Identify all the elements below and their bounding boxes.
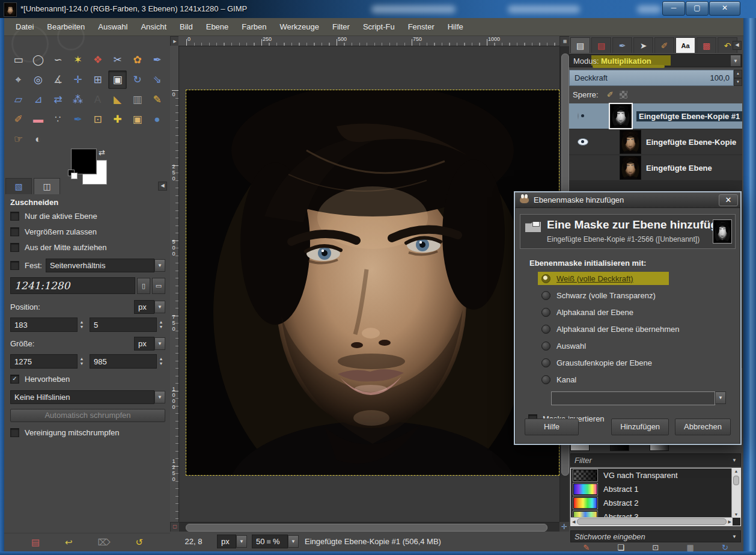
autoshrink-button[interactable]: Automatisch schrumpfen [10,409,165,422]
radio-icon[interactable] [541,358,550,367]
tool-options-button-icon[interactable]: ↺ [135,537,143,548]
layer-thumbnail[interactable] [620,130,641,154]
layer-row[interactable]: Eingefügte Ebene-Kopie #1 [569,103,742,129]
chevron-down-icon[interactable]: ▼ [154,301,165,313]
chevron-down-icon[interactable]: ▼ [154,259,165,272]
menu-item[interactable]: Fenster [401,18,441,36]
minimize-button[interactable]: ─ [662,1,685,16]
toolbox-tool[interactable]: ⇄ [49,90,67,109]
horizontal-ruler[interactable]: 02505007501000 [178,36,559,46]
radio-icon[interactable] [541,291,550,300]
swap-colors-icon[interactable]: ⇄ [99,148,105,157]
navigation-button[interactable]: ✛ [559,522,569,532]
dock-tab[interactable]: ✐ [654,37,674,53]
gradient-action-icon[interactable]: ❏ [617,544,624,551]
window-titlebar[interactable]: *[Unbenannt]-124.0 (RGB-Farben, 3 Ebenen… [0,0,756,18]
position-y-input[interactable]: 5 [90,317,157,332]
toolbox-tool[interactable]: ✐ [9,110,28,129]
chevron-down-icon[interactable]: ▼ [730,55,741,67]
opacity-slider[interactable]: Deckkraft 100,0 [569,70,734,86]
toolbox-tool[interactable]: ✚ [108,110,127,129]
mask-init-option[interactable]: Alphakanal der Ebene übernehmen [541,324,740,334]
close-button[interactable]: ✕ [709,1,740,16]
lock-pixels-icon[interactable]: ✐ [607,90,614,99]
checkbox-from-center[interactable] [10,243,19,252]
toolbox-tool[interactable]: ▣ [128,110,147,129]
toolbox-tool[interactable]: ✛ [69,70,87,89]
mask-init-option[interactable]: Kanal [541,375,740,384]
landscape-orientation-button[interactable]: ▭ [152,278,165,294]
layer-mode-row[interactable]: Modus: Multiplikation ▼ [569,54,742,67]
layer-name[interactable]: Eingefügte Ebene [646,164,712,173]
chevron-down-icon[interactable]: ▼ [288,535,299,548]
toolbox-tool[interactable]: ▣ [108,70,127,89]
layer-name[interactable]: Eingefügte Ebene-Kopie [646,138,736,147]
size-height-input[interactable]: 985 [90,354,157,369]
toolbox-tool[interactable]: ⌖ [9,70,28,89]
toolbox-tool[interactable]: ❖ [88,51,107,69]
size-width-input[interactable]: 1275 [10,354,78,369]
zoom-input[interactable]: 50 ▦ % [252,535,288,548]
position-x-input[interactable]: 183 [10,317,78,332]
toolbox-tool[interactable]: ∡ [49,70,67,89]
radio-icon[interactable] [541,308,550,317]
lock-alpha-icon[interactable] [620,91,627,99]
gradient-action-icon[interactable]: ↻ [722,544,728,551]
toolbox-tool[interactable]: ⊿ [29,90,47,109]
layer-visibility-eye-icon[interactable] [578,112,579,120]
scrollbar-thumb[interactable] [186,524,547,532]
mask-init-option[interactable]: Weiß (volle Deckkraft) [541,274,740,283]
dialog-titlebar[interactable]: Ebenenmaske hinzufügen ✕ [515,192,740,208]
menu-item[interactable]: Ebene [200,18,236,36]
toolbox-tool[interactable]: ✎ [148,90,166,109]
toolbox-tool[interactable]: ⊡ [88,110,107,129]
cancel-button[interactable]: Abbrechen [675,419,731,435]
spinner-arrows[interactable]: ▲▼ [157,357,165,366]
gradient-list-item[interactable]: Abstract 2 [571,496,740,510]
aspect-ratio-input[interactable]: 1241:1280 [10,277,135,294]
guides-dropdown[interactable]: Keine Hilfslinien [10,390,154,404]
canvas-image[interactable] [186,90,559,475]
toolbox-tool[interactable]: ✒ [148,51,166,69]
tab-toolbox[interactable]: ▧ [5,178,32,194]
collapse-dock-button[interactable]: ◀ [733,41,742,50]
gradient-list-hscroll[interactable]: ◀ ▶ [571,517,733,526]
chevron-down-icon[interactable]: ▼ [236,535,247,548]
channel-dropdown[interactable] [551,391,715,405]
dock-tab[interactable]: ▤ [570,37,590,53]
layer-name[interactable]: Eingefügte Ebene-Kopie #1 [636,111,742,121]
dock-tab[interactable]: ➤ [633,37,653,53]
checkbox-active-layer[interactable] [10,212,19,221]
gradient-list-item[interactable]: Abstract 1 [571,482,740,496]
toolbox-tool[interactable]: ☞ [9,130,28,149]
layer-visibility-eye-icon[interactable] [578,138,588,146]
menu-item[interactable]: Bild [173,18,200,36]
dialog-close-button[interactable]: ✕ [719,194,738,206]
layer-thumbnail[interactable] [610,104,632,128]
toolbox-tool[interactable]: ∵ [49,110,67,129]
toolbox-tool[interactable]: ✿ [128,51,147,69]
gradient-list-vscroll[interactable]: ▲ ▼ [731,468,740,518]
menu-item[interactable]: Auswahl [91,18,134,36]
dock-tab[interactable]: ▩ [697,37,716,53]
toolbox-tool[interactable]: ● [148,110,166,129]
vertical-ruler[interactable]: 025050075010001250 [170,46,179,522]
opacity-spinner[interactable]: ▲ ▼ [734,70,742,86]
tab-tool-options[interactable]: ◫ [34,178,60,194]
menu-item[interactable]: Filter [326,18,356,36]
layer-thumbnail[interactable] [620,156,641,180]
chevron-down-icon[interactable]: ▼ [732,534,737,539]
checkbox-fixed[interactable] [10,261,19,270]
toolbox-tool[interactable]: ✶ [69,51,87,69]
radio-icon[interactable] [541,375,550,384]
toolbox-tool[interactable]: ↻ [128,70,147,89]
toolbox-tool[interactable]: ⊞ [88,70,107,89]
mask-init-option[interactable]: Graustufenkopie der Ebene [541,358,740,367]
dock-tab[interactable]: ▤ [591,37,611,53]
portrait-orientation-button[interactable]: ▯ [137,278,150,294]
spinner-arrows[interactable]: ▲▼ [157,320,165,330]
chevron-down-icon[interactable]: ▼ [154,337,165,350]
radio-icon[interactable] [541,342,550,351]
gradient-action-icon[interactable]: ✎ [583,544,590,551]
canvas-horizontal-scrollbar[interactable] [178,522,559,532]
